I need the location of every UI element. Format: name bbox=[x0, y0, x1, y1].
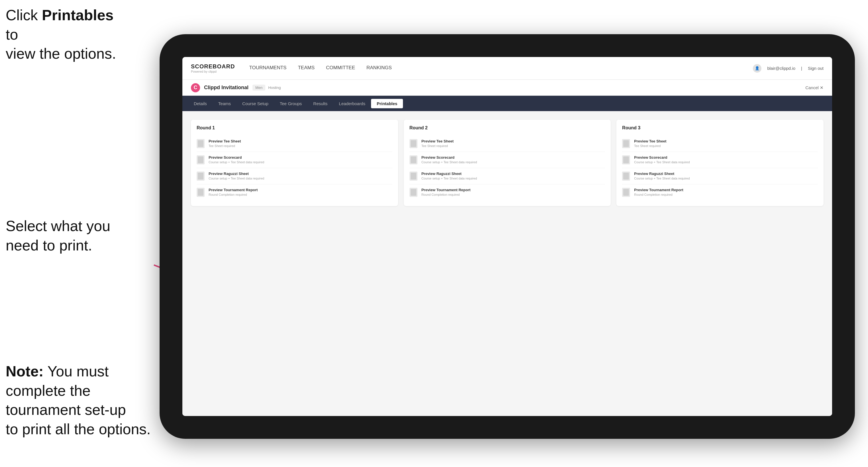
top-nav-links: TOURNAMENTS TEAMS COMMITTEE RANKINGS bbox=[249, 65, 753, 72]
main-content: Round 1 Preview Tee Sheet Tee Sheet requ… bbox=[182, 111, 832, 416]
report-title-r2: Preview Tournament Report bbox=[422, 188, 605, 192]
scorecard-sub-r1: Course setup + Tee Sheet data required bbox=[209, 160, 393, 164]
round-1-scorecard[interactable]: Preview Scorecard Course setup + Tee She… bbox=[197, 152, 393, 168]
report-text-r3: Preview Tournament Report Round Completi… bbox=[634, 188, 818, 196]
nav-separator: | bbox=[801, 66, 802, 71]
tee-sheet-icon-r1 bbox=[197, 139, 205, 148]
annotation-top-text: Click Printables toview the options. bbox=[6, 7, 116, 62]
annotation-bottom-text: Note: You mustcomplete thetournament set… bbox=[6, 363, 151, 437]
tab-teams[interactable]: Teams bbox=[213, 99, 237, 108]
report-title-r3: Preview Tournament Report bbox=[634, 188, 818, 192]
round-1-raguzzi[interactable]: Preview Raguzzi Sheet Course setup + Tee… bbox=[197, 168, 393, 184]
round-3-raguzzi[interactable]: Preview Raguzzi Sheet Course setup + Tee… bbox=[622, 168, 818, 184]
scorecard-text-r2: Preview Scorecard Course setup + Tee She… bbox=[422, 155, 605, 164]
report-sub-r1: Round Completion required bbox=[209, 193, 393, 196]
raguzzi-icon-r2 bbox=[409, 172, 417, 181]
tab-details[interactable]: Details bbox=[188, 99, 213, 108]
cancel-button[interactable]: Cancel ✕ bbox=[805, 85, 824, 90]
round-2-column: Round 2 Preview Tee Sheet Tee Sheet requ… bbox=[404, 120, 611, 206]
tablet-device: SCOREBOARD Powered by clippd TOURNAMENTS… bbox=[160, 34, 855, 439]
round-1-title: Round 1 bbox=[197, 125, 393, 130]
user-avatar: 👤 bbox=[753, 64, 762, 73]
tee-sheet-text-r3: Preview Tee Sheet Tee Sheet required bbox=[634, 139, 818, 148]
tee-sheet-icon-r2 bbox=[409, 139, 417, 148]
raguzzi-title-r3: Preview Raguzzi Sheet bbox=[634, 172, 818, 176]
round-2-raguzzi[interactable]: Preview Raguzzi Sheet Course setup + Tee… bbox=[409, 168, 605, 184]
annotation-bottom: Note: You mustcomplete thetournament set… bbox=[6, 362, 151, 439]
top-nav: SCOREBOARD Powered by clippd TOURNAMENTS… bbox=[182, 57, 832, 80]
tee-sheet-text-r2: Preview Tee Sheet Tee Sheet required bbox=[422, 139, 605, 148]
nav-link-teams[interactable]: TEAMS bbox=[298, 65, 315, 72]
report-sub-r3: Round Completion required bbox=[634, 193, 818, 196]
raguzzi-text-r1: Preview Raguzzi Sheet Course setup + Tee… bbox=[209, 172, 393, 180]
nav-link-committee[interactable]: COMMITTEE bbox=[326, 65, 355, 72]
tab-course-setup[interactable]: Course Setup bbox=[237, 99, 274, 108]
tab-leaderboards[interactable]: Leaderboards bbox=[333, 99, 371, 108]
annotation-top: Click Printables toview the options. bbox=[6, 6, 125, 64]
tee-sheet-text-r1: Preview Tee Sheet Tee Sheet required bbox=[209, 139, 393, 148]
tournament-logo: C bbox=[191, 83, 200, 92]
round-2-tee-sheet[interactable]: Preview Tee Sheet Tee Sheet required bbox=[409, 136, 605, 152]
tournament-header: C Clippd Invitational Men Hosting Cancel… bbox=[182, 80, 832, 96]
scorecard-text-r1: Preview Scorecard Course setup + Tee She… bbox=[209, 155, 393, 164]
round-1-tee-sheet[interactable]: Preview Tee Sheet Tee Sheet required bbox=[197, 136, 393, 152]
tournament-status: Hosting bbox=[268, 86, 281, 90]
raguzzi-text-r3: Preview Raguzzi Sheet Course setup + Tee… bbox=[634, 172, 818, 180]
tablet-screen: SCOREBOARD Powered by clippd TOURNAMENTS… bbox=[182, 57, 832, 416]
round-1-tournament-report[interactable]: Preview Tournament Report Round Completi… bbox=[197, 184, 393, 200]
tournament-name: Clippd Invitational bbox=[204, 85, 248, 91]
annotation-mid: Select what youneed to print. bbox=[6, 217, 110, 255]
round-3-title: Round 3 bbox=[622, 125, 818, 130]
raguzzi-icon-r1 bbox=[197, 172, 205, 181]
annotation-bottom-bold: Note: bbox=[6, 363, 43, 379]
logo-title: SCOREBOARD bbox=[191, 63, 235, 70]
nav-link-rankings[interactable]: RANKINGS bbox=[367, 65, 392, 72]
round-2-tournament-report[interactable]: Preview Tournament Report Round Completi… bbox=[409, 184, 605, 200]
annotation-bold: Printables bbox=[42, 7, 114, 23]
tee-sheet-title-r2: Preview Tee Sheet bbox=[422, 139, 605, 143]
tee-sheet-sub-r2: Tee Sheet required bbox=[422, 144, 605, 148]
report-sub-r2: Round Completion required bbox=[422, 193, 605, 196]
tab-tee-groups[interactable]: Tee Groups bbox=[274, 99, 308, 108]
tournament-logo-letter: C bbox=[194, 85, 197, 91]
annotation-mid-text: Select what youneed to print. bbox=[6, 218, 110, 254]
scorecard-title-r1: Preview Scorecard bbox=[209, 155, 393, 160]
raguzzi-text-r2: Preview Raguzzi Sheet Course setup + Tee… bbox=[422, 172, 605, 180]
scorecard-text-r3: Preview Scorecard Course setup + Tee She… bbox=[634, 155, 818, 164]
raguzzi-sub-r1: Course setup + Tee Sheet data required bbox=[209, 177, 393, 180]
raguzzi-icon-r3 bbox=[622, 172, 630, 181]
round-3-column: Round 3 Preview Tee Sheet Tee Sheet requ… bbox=[616, 120, 824, 206]
round-3-tournament-report[interactable]: Preview Tournament Report Round Completi… bbox=[622, 184, 818, 200]
report-icon-r3 bbox=[622, 188, 630, 197]
nav-link-tournaments[interactable]: TOURNAMENTS bbox=[249, 65, 286, 72]
raguzzi-sub-r2: Course setup + Tee Sheet data required bbox=[422, 177, 605, 180]
round-3-tee-sheet[interactable]: Preview Tee Sheet Tee Sheet required bbox=[622, 136, 818, 152]
tee-sheet-icon-r3 bbox=[622, 139, 630, 148]
top-nav-right: 👤 blair@clippd.io | Sign out bbox=[753, 64, 824, 73]
tab-results[interactable]: Results bbox=[308, 99, 333, 108]
rounds-container: Round 1 Preview Tee Sheet Tee Sheet requ… bbox=[191, 120, 824, 206]
scorecard-title-r3: Preview Scorecard bbox=[634, 155, 818, 160]
report-title-r1: Preview Tournament Report bbox=[209, 188, 393, 192]
round-2-scorecard[interactable]: Preview Scorecard Course setup + Tee She… bbox=[409, 152, 605, 168]
sign-out-link[interactable]: Sign out bbox=[808, 66, 824, 71]
raguzzi-title-r2: Preview Raguzzi Sheet bbox=[422, 172, 605, 176]
report-text-r2: Preview Tournament Report Round Completi… bbox=[422, 188, 605, 196]
round-2-title: Round 2 bbox=[409, 125, 605, 130]
round-3-scorecard[interactable]: Preview Scorecard Course setup + Tee She… bbox=[622, 152, 818, 168]
user-email: blair@clippd.io bbox=[767, 66, 795, 71]
scorecard-sub-r2: Course setup + Tee Sheet data required bbox=[422, 160, 605, 164]
report-icon-r1 bbox=[197, 188, 205, 197]
tournament-badge: Men bbox=[252, 85, 265, 91]
scorecard-icon-r3 bbox=[622, 155, 630, 164]
tee-sheet-title-r1: Preview Tee Sheet bbox=[209, 139, 393, 143]
raguzzi-title-r1: Preview Raguzzi Sheet bbox=[209, 172, 393, 176]
round-1-column: Round 1 Preview Tee Sheet Tee Sheet requ… bbox=[191, 120, 398, 206]
tab-printables[interactable]: Printables bbox=[371, 99, 403, 108]
tee-sheet-sub-r3: Tee Sheet required bbox=[634, 144, 818, 148]
raguzzi-sub-r3: Course setup + Tee Sheet data required bbox=[634, 177, 818, 180]
report-text-r1: Preview Tournament Report Round Completi… bbox=[209, 188, 393, 196]
logo-area: SCOREBOARD Powered by clippd bbox=[191, 63, 235, 73]
scorecard-icon-r2 bbox=[409, 155, 417, 164]
tee-sheet-sub-r1: Tee Sheet required bbox=[209, 144, 393, 148]
